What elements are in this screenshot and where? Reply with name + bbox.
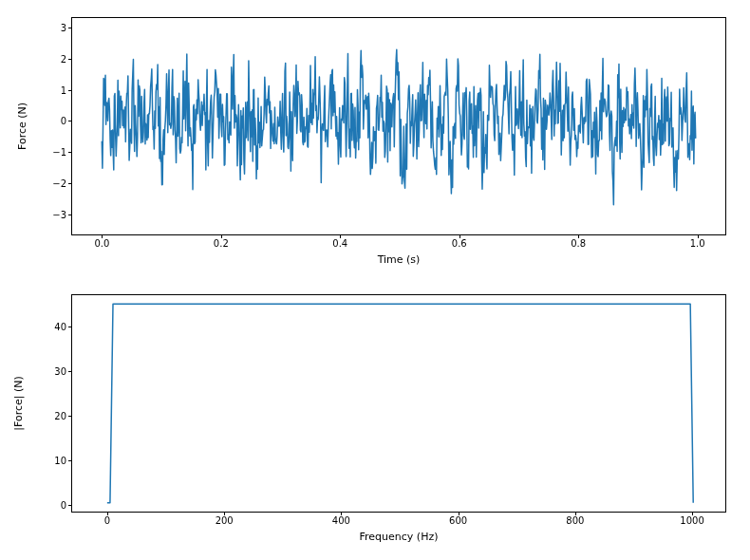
x-tick-label: 800: [566, 515, 584, 526]
x-tick-label: 0.4: [332, 238, 347, 249]
y-tick-label: 2: [61, 53, 66, 64]
x-tick-label: 0.6: [452, 238, 467, 249]
x-tick-label: 0: [104, 515, 110, 526]
y-tick-label: 1: [61, 84, 66, 95]
x-tick-label: 0.2: [214, 238, 229, 249]
x-axis-label-time: Time (s): [378, 253, 421, 266]
y-tick-label: 0: [61, 116, 66, 126]
axes-time: Time (s) Force (N) 0.00.20.40.60.81.0−3−…: [71, 17, 726, 235]
y-axis-label-force: Force (N): [15, 103, 28, 150]
y-tick-label: 3: [61, 22, 66, 32]
x-tick-label: 600: [449, 515, 467, 526]
y-tick-label: 30: [54, 365, 66, 376]
y-tick-label: −2: [52, 178, 66, 189]
y-tick-label: 20: [54, 410, 66, 420]
axes-frequency: Frequency (Hz) |Force| (N) 0200400600800…: [71, 294, 726, 513]
x-tick-label: 1.0: [690, 238, 705, 249]
y-axis-label-force-mag: |Force| (N): [12, 376, 25, 430]
y-tick-label: 0: [61, 499, 66, 510]
x-tick-label: 0.0: [94, 238, 109, 249]
x-tick-label: 1000: [680, 515, 703, 526]
y-tick-label: −3: [52, 210, 66, 220]
x-tick-label: 400: [332, 515, 350, 526]
spectrum-line: [72, 295, 725, 512]
x-tick-label: 0.8: [571, 238, 586, 249]
y-tick-label: −1: [52, 147, 66, 158]
figure: Time (s) Force (N) 0.00.20.40.60.81.0−3−…: [0, 0, 750, 560]
y-tick-label: 10: [54, 455, 66, 465]
y-tick-label: 40: [54, 321, 66, 331]
x-tick-label: 200: [216, 515, 234, 526]
x-axis-label-frequency: Frequency (Hz): [360, 531, 439, 543]
time-series-line: [72, 18, 725, 234]
